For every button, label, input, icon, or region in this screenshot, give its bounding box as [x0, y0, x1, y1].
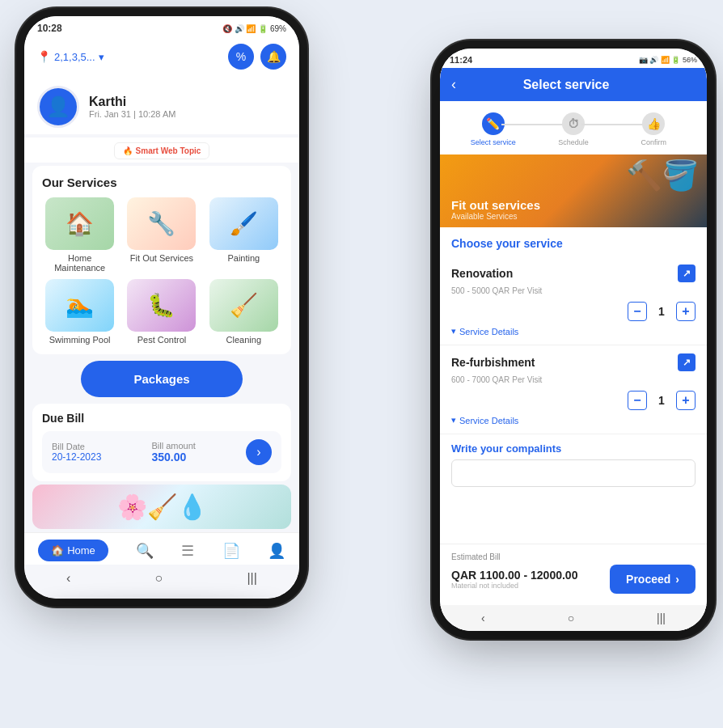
status-icons-1: 🔇 🔊 📶 🔋 69% — [222, 24, 286, 33]
step-select-service: ✏️ Select service — [453, 112, 533, 146]
nav-profile[interactable]: 👤 — [268, 542, 285, 560]
service-item-cleaning[interactable]: 🧹 Cleaning — [206, 279, 281, 345]
status-bar-2: 11:24 📷 🔊 📶 🔋 56% — [440, 49, 707, 68]
back-button[interactable]: ‹ — [451, 76, 456, 93]
back-android-2[interactable]: ‹ — [481, 612, 485, 624]
proceed-row: QAR 1100.00 - 12000.00 Material not incl… — [451, 565, 696, 594]
phones-container: 10:28 🔇 🔊 📶 🔋 69% 📍 2,1,3,5... ▾ % 🔔 👤 — [0, 0, 723, 728]
packages-button[interactable]: Packages — [81, 361, 243, 397]
service-label-pool: Swimming Pool — [49, 335, 111, 345]
logo-text: Smart Web Topic — [136, 146, 201, 155]
profile-section: 👤 Karthi Fri. Jan 31 | 10:28 AM — [24, 76, 299, 134]
avatar: 👤 — [37, 86, 79, 128]
step-label-2: Schedule — [558, 138, 589, 146]
status-icons-2: 📷 🔊 📶 🔋 56% — [639, 56, 697, 64]
service-img-cleaning: 🧹 — [209, 279, 278, 332]
proceed-button[interactable]: Proceed › — [610, 565, 696, 594]
step-label-3: Confirm — [641, 138, 667, 146]
profile-datetime: Fri. Jan 31 | 10:28 AM — [89, 109, 175, 119]
bill-arrow-button[interactable]: › — [246, 439, 272, 465]
home-android-1[interactable]: ○ — [155, 571, 163, 586]
home-android-2[interactable]: ○ — [568, 612, 574, 624]
step-circle-1: ✏️ — [482, 112, 505, 135]
step-circle-2: ⏱ — [562, 112, 585, 135]
service-label-fitout: Fit Out Services — [130, 253, 193, 263]
banner-subtitle: Available Services — [451, 212, 540, 221]
nav-doc[interactable]: 📄 — [222, 542, 240, 560]
refurbishment-qty-decrease[interactable]: − — [628, 391, 647, 410]
page-title: Select service — [464, 78, 668, 92]
time-1: 10:28 — [37, 23, 62, 34]
service-img-fitout: 🔧 — [127, 197, 196, 250]
profile-name: Karthi — [89, 95, 175, 109]
recents-android-1[interactable]: ||| — [247, 571, 256, 586]
service-item-fitout[interactable]: 🔧 Fit Out Services — [124, 197, 199, 273]
topbar-2: ‹ Select service — [440, 68, 707, 101]
logo-section: 🔥 Smart Web Topic — [24, 138, 299, 163]
bill-amount-label: Bill amount — [151, 441, 195, 451]
promo-icon3: 💧 — [177, 493, 207, 521]
estimated-label: Estimated Bill — [451, 552, 696, 561]
android-nav-2: ‹ ○ ||| — [440, 605, 707, 631]
bottom-bar-2: Estimated Bill QAR 1100.00 - 12000.00 Ma… — [440, 544, 707, 602]
search-icon: 🔍 — [136, 542, 154, 560]
list-icon: ☰ — [181, 542, 194, 560]
complaints-input[interactable] — [451, 459, 696, 487]
refurbishment-info-icon[interactable]: ↗ — [678, 353, 696, 371]
notification-icon[interactable]: 🔔 — [260, 44, 286, 70]
step-label-1: Select service — [471, 138, 516, 146]
service-item-pool[interactable]: 🏊 Swimming Pool — [42, 279, 117, 345]
renovation-qty-value: 1 — [653, 305, 670, 318]
nav-search[interactable]: 🔍 — [136, 542, 154, 560]
bill-row: Bill Date 20-12-2023 Bill amount 350.00 … — [42, 431, 281, 473]
proceed-arrow-icon: › — [675, 573, 679, 586]
renovation-qty-decrease[interactable]: − — [628, 302, 647, 321]
renovation-info-icon[interactable]: ↗ — [678, 265, 696, 282]
proceed-label: Proceed — [626, 573, 670, 586]
back-android-1[interactable]: ‹ — [66, 571, 70, 586]
due-bill-section: Due Bill Bill Date 20-12-2023 Bill amoun… — [32, 404, 291, 481]
bill-amount-val: 350.00 — [151, 451, 195, 463]
renovation-qty-control: − 1 + — [451, 302, 696, 321]
material-note: Material not included — [451, 582, 577, 590]
services-grid: 🏠 Home Maintenance 🔧 Fit Out Services 🖌️… — [42, 197, 281, 345]
doc-icon: 📄 — [222, 542, 240, 560]
service-label-home: Home Maintenance — [42, 253, 117, 273]
service-banner: Fit out services Available Services 🔨🪣 — [440, 154, 707, 227]
service-item-painting[interactable]: 🖌️ Painting — [206, 197, 281, 273]
refurbishment-qty-increase[interactable]: + — [676, 391, 696, 410]
service-label-cleaning: Cleaning — [226, 335, 261, 345]
promo-banner: 🌸 🧹 💧 — [32, 485, 291, 529]
recents-android-2[interactable]: ||| — [657, 612, 666, 624]
nav-list[interactable]: ☰ — [181, 542, 194, 560]
banner-title: Fit out services — [451, 198, 540, 212]
renovation-qty-increase[interactable]: + — [676, 302, 696, 321]
discount-icon[interactable]: % — [228, 44, 254, 70]
bill-date-label: Bill Date — [52, 442, 101, 451]
service-img-pool: 🏊 — [45, 279, 114, 332]
renovation-price: 500 - 5000 QAR Per Visit — [451, 286, 696, 295]
header-icons: % 🔔 — [228, 44, 286, 70]
service-label-painting: Painting — [227, 253, 260, 263]
service-img-home: 🏠 — [45, 197, 114, 250]
renovation-details-toggle[interactable]: ▾ Service Details — [451, 326, 696, 336]
step-schedule: ⏱ Schedule — [533, 112, 613, 146]
refurbishment-qty-control: − 1 + — [451, 391, 696, 410]
home-label: Home — [67, 544, 95, 557]
location-row[interactable]: 📍 2,1,3,5... ▾ — [37, 50, 104, 63]
packages-container: Packages — [24, 361, 299, 397]
logo-icon: 🔥 — [123, 146, 133, 155]
complaints-title: Write your compalints — [451, 442, 696, 455]
step-circle-3: 👍 — [642, 112, 665, 135]
refurbishment-details-toggle[interactable]: ▾ Service Details — [451, 415, 696, 425]
banner-content: Fit out services Available Services — [451, 198, 540, 221]
location-text: 2,1,3,5... — [54, 51, 95, 63]
services-title: Our Services — [42, 176, 281, 189]
service-item-home[interactable]: 🏠 Home Maintenance — [42, 197, 117, 273]
estimated-info: QAR 1100.00 - 12000.00 Material not incl… — [451, 569, 577, 590]
nav-home[interactable]: 🏠 Home — [38, 540, 108, 561]
refurbishment-price: 600 - 7000 QAR Per Visit — [451, 375, 696, 384]
profile-info: Karthi Fri. Jan 31 | 10:28 AM — [89, 95, 175, 119]
service-item-pest[interactable]: 🐛 Pest Control — [124, 279, 199, 345]
complaints-section: Write your compalints — [440, 434, 707, 495]
